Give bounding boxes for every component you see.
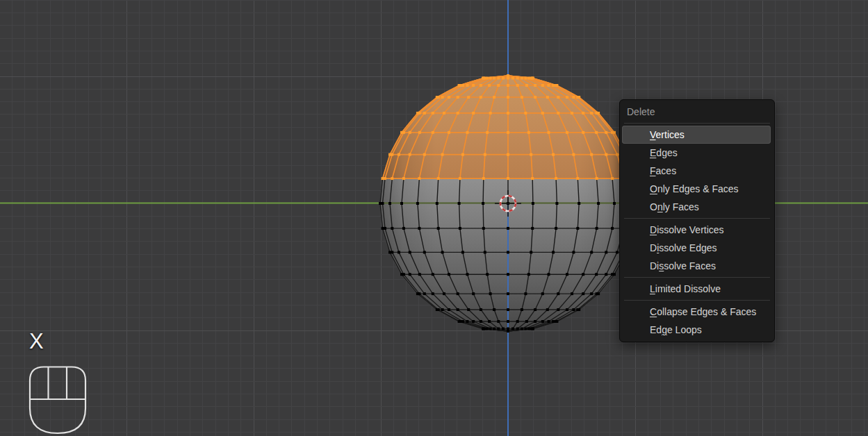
menu-item-dissolve-edges[interactable]: Dissolve Edges xyxy=(622,239,772,257)
menu-item-dissolve-faces[interactable]: Dissolve Faces xyxy=(622,257,772,275)
menu-item-collapse-edges-faces[interactable]: Collapse Edges & Faces xyxy=(622,303,772,321)
menu-item-dissolve-vertices[interactable]: Dissolve Vertices xyxy=(622,221,772,239)
screencast-key-label: X xyxy=(29,329,44,354)
blender-3d-viewport[interactable]: Delete VerticesEdgesFacesOnly Edges & Fa… xyxy=(0,0,868,436)
delete-context-menu: Delete VerticesEdgesFacesOnly Edges & Fa… xyxy=(619,99,775,342)
menu-item-edges[interactable]: Edges xyxy=(622,144,772,162)
menu-item-only-faces[interactable]: Only Faces xyxy=(622,198,772,216)
menu-separator xyxy=(624,300,770,301)
menu-separator xyxy=(624,123,770,124)
mouse-icon xyxy=(26,363,89,436)
menu-separator xyxy=(624,277,770,278)
menu-separator xyxy=(624,218,770,219)
menu-title: Delete xyxy=(620,103,774,121)
menu-item-vertices[interactable]: Vertices xyxy=(622,126,771,144)
menu-item-edge-loops[interactable]: Edge Loops xyxy=(622,321,772,339)
menu-item-only-edges-faces[interactable]: Only Edges & Faces xyxy=(622,180,772,198)
menu-item-limited-dissolve[interactable]: Limited Dissolve xyxy=(622,280,772,298)
menu-item-faces[interactable]: Faces xyxy=(622,162,772,180)
